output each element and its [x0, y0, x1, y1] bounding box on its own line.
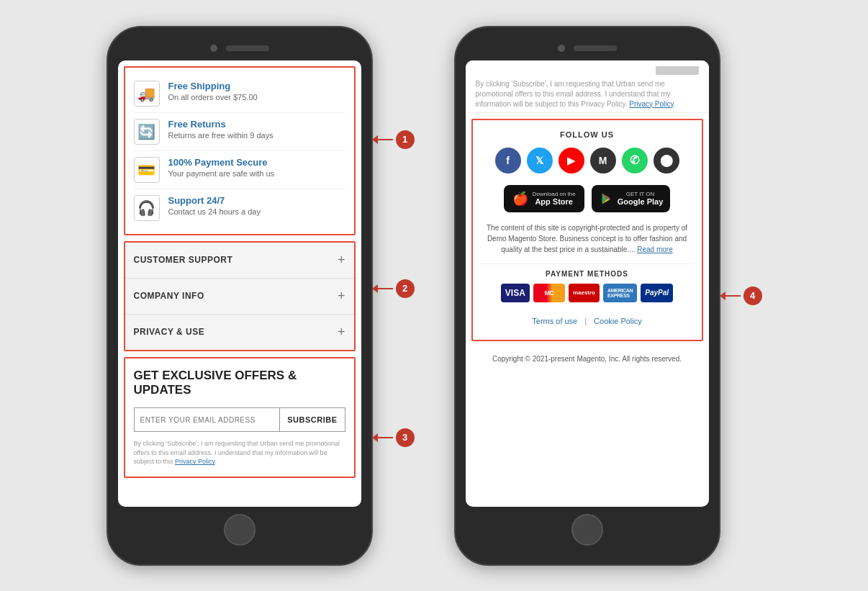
whatsapp-icon[interactable]: ✆ — [622, 148, 648, 173]
subscribe-email-input[interactable] — [135, 408, 280, 431]
follow-us-title: FOLLOW US — [480, 130, 695, 139]
payment-icon: 💳 — [134, 157, 160, 183]
instagram-icon[interactable]: ⬤ — [654, 148, 679, 173]
home-button-left[interactable] — [224, 514, 256, 546]
arrow-1 — [377, 139, 393, 140]
google-play-icon — [599, 191, 613, 206]
phone-camera — [210, 45, 217, 52]
search-bar-remnant — [656, 66, 699, 75]
subscribe-top-text: By clicking 'Subscribe', I am requesting… — [476, 79, 699, 109]
feature-shipping-desc: On all orders over $75.00 — [168, 93, 258, 101]
apple-icon: 🍎 — [512, 191, 528, 207]
arrow-2 — [377, 288, 393, 289]
badge-3: 3 — [396, 428, 415, 447]
terms-link[interactable]: Terms of use — [532, 317, 577, 325]
annotation-1: 1 — [377, 130, 415, 149]
right-screen: By clicking 'Subscribe', I am requesting… — [466, 60, 709, 507]
annotation-2: 2 — [377, 279, 415, 298]
phone-speaker-right — [574, 45, 617, 51]
phone-speaker — [226, 45, 269, 51]
feature-payment-title: 100% Payment Secure — [168, 157, 275, 168]
facebook-icon[interactable]: f — [495, 148, 521, 173]
accordion-customer-support[interactable]: CUSTOMER SUPPORT + — [125, 243, 354, 279]
accordion-plus-privacy: + — [338, 325, 345, 340]
annotation-3: 3 — [377, 428, 415, 447]
badge-2: 2 — [396, 279, 415, 298]
feature-support-text: Support 24/7 Contact us 24 hours a day — [168, 195, 261, 216]
social-icons-row: f 𝕏 ▶ M ✆ ⬤ — [480, 148, 695, 173]
maestro-card: maestro — [569, 284, 600, 302]
top-bar-right: By clicking 'Subscribe', I am requesting… — [466, 60, 709, 113]
accordion-company-info[interactable]: COMPANY INFO + — [125, 279, 354, 315]
accordion-privacy[interactable]: PRIVACY & USE + — [125, 315, 354, 350]
twitter-icon[interactable]: 𝕏 — [527, 148, 553, 173]
phone-top-left — [118, 40, 361, 56]
amex-card: AMERICANEXPRESS — [603, 284, 637, 302]
phone-camera-right — [558, 45, 565, 52]
follow-box: FOLLOW US f 𝕏 ▶ M ✆ ⬤ 🍎 — [471, 119, 703, 341]
feature-payment-text: 100% Payment Secure Your payment are saf… — [168, 157, 275, 178]
site-description: The content of this site is copyright-pr… — [480, 222, 695, 263]
accordion-label-support: CUSTOMER SUPPORT — [134, 255, 233, 265]
home-button-right[interactable] — [571, 514, 603, 546]
support-icon: 🎧 — [134, 195, 160, 221]
copyright-footer: Copyright © 2021-present Magento, Inc. A… — [466, 347, 709, 374]
feature-support-title: Support 24/7 — [168, 195, 261, 206]
paypal-card: PayPal — [641, 284, 673, 302]
cookie-policy-link[interactable]: Cookie Policy — [594, 317, 642, 325]
google-play-text: GET IT ON Google Play — [618, 191, 664, 206]
features-box: 🚚 Free Shipping On all orders over $75.0… — [124, 66, 356, 235]
payment-icons-row: VISA MC maestro AMERICANEXPRESS PayPal — [487, 284, 687, 302]
feature-support: 🎧 Support 24/7 Contact us 24 hours a day — [134, 189, 345, 227]
phone-bottom-left — [118, 514, 361, 546]
right-phone: By clicking 'Subscribe', I am requesting… — [454, 26, 720, 566]
arrow-3 — [377, 437, 393, 438]
read-more-link[interactable]: Read more — [637, 245, 672, 253]
feature-returns-desc: Returns are free within 9 days — [168, 131, 273, 140]
badge-4: 4 — [743, 287, 762, 305]
newsletter-title: GET EXCLUSIVE OFFERS & UPDATES — [134, 369, 345, 398]
badge-1: 1 — [396, 130, 415, 149]
returns-icon: 🔄 — [134, 119, 160, 145]
feature-shipping-title: Free Shipping — [168, 81, 258, 91]
accordion-plus-support: + — [338, 253, 345, 268]
accordion-box: CUSTOMER SUPPORT + COMPANY INFO + PRIVAC… — [124, 241, 356, 351]
accordion-label-company: COMPANY INFO — [134, 291, 204, 301]
privacy-link-right[interactable]: Privacy Policy — [629, 100, 674, 108]
google-play-button[interactable]: GET IT ON Google Play — [592, 185, 671, 212]
subscribe-row: SUBSCRIBE — [134, 407, 345, 432]
subscribe-button[interactable]: SUBSCRIBE — [279, 408, 344, 431]
feature-shipping: 🚚 Free Shipping On all orders over $75.0… — [134, 75, 345, 113]
feature-shipping-text: Free Shipping On all orders over $75.00 — [168, 81, 258, 101]
phone-bottom-right — [466, 514, 709, 546]
app-store-button[interactable]: 🍎 Download on the App Store — [504, 185, 584, 212]
feature-payment-desc: Your payment are safe with us — [168, 169, 275, 178]
visa-card: VISA — [501, 284, 530, 302]
terms-separator: | — [584, 317, 587, 325]
privacy-text: By clicking 'Subscribe', I am requesting… — [134, 439, 345, 466]
annotation-4: 4 — [725, 287, 762, 305]
terms-row: Terms of use | Cookie Policy — [480, 310, 695, 330]
left-screen: 🚚 Free Shipping On all orders over $75.0… — [118, 60, 361, 507]
arrow-4 — [725, 295, 741, 297]
feature-returns: 🔄 Free Returns Returns are free within 9… — [134, 113, 345, 151]
app-buttons-row: 🍎 Download on the App Store — [480, 185, 695, 212]
payment-section: PAYMENT METHODS VISA MC maestro AMERICAN… — [480, 263, 695, 310]
privacy-link[interactable]: Privacy Policy — [175, 458, 214, 465]
accordion-label-privacy: PRIVACY & USE — [134, 327, 205, 337]
youtube-icon[interactable]: ▶ — [559, 148, 584, 173]
phone-top-right — [466, 40, 709, 56]
medium-icon[interactable]: M — [590, 148, 616, 173]
feature-returns-title: Free Returns — [168, 119, 273, 130]
left-phone: 🚚 Free Shipping On all orders over $75.0… — [107, 26, 373, 566]
feature-returns-text: Free Returns Returns are free within 9 d… — [168, 119, 273, 140]
mastercard-card: MC — [533, 284, 565, 302]
feature-support-desc: Contact us 24 hours a day — [168, 207, 261, 216]
newsletter-box: GET EXCLUSIVE OFFERS & UPDATES SUBSCRIBE… — [124, 357, 356, 479]
app-store-text: Download on the App Store — [533, 191, 576, 206]
payment-title: PAYMENT METHODS — [487, 270, 687, 278]
shipping-icon: 🚚 — [134, 81, 160, 107]
feature-payment: 💳 100% Payment Secure Your payment are s… — [134, 151, 345, 189]
accordion-plus-company: + — [338, 289, 345, 304]
